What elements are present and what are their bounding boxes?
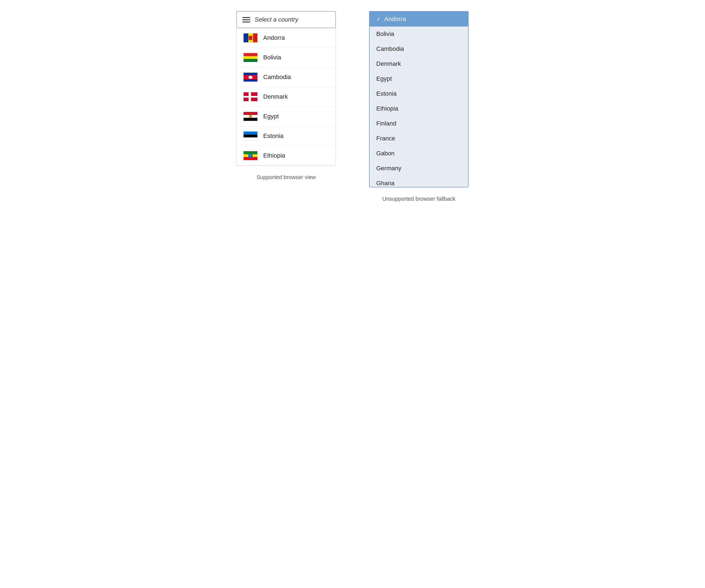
option-label: Egypt [376,75,392,82]
trigger-label: Select a country [254,16,298,23]
option-label: France [376,135,395,142]
right-panel: ✓ Andorra Bolivia Cambodia Denmark Egypt… [369,11,469,202]
country-name: Andorra [263,34,285,42]
left-panel: Select a country Andorra [236,11,336,181]
list-item[interactable]: Estonia [370,86,468,101]
list-item[interactable]: Cambodia [237,67,336,87]
list-item[interactable]: Denmark [237,87,336,107]
country-name: Ethiopia [263,152,285,159]
native-select[interactable]: ✓ Andorra Bolivia Cambodia Denmark Egypt… [369,11,469,187]
list-item[interactable]: Ghana [370,176,468,187]
list-item[interactable]: Bolivia [237,48,336,67]
list-item[interactable]: Egypt [237,107,336,126]
option-label: Estonia [376,90,396,97]
options-list[interactable]: Bolivia Cambodia Denmark Egypt Estonia E… [370,27,468,187]
custom-dropdown[interactable]: Andorra Bolivia [236,28,336,166]
native-select-wrapper: ✓ Andorra Bolivia Cambodia Denmark Egypt… [369,11,469,187]
option-label: Ethiopia [376,105,398,112]
list-item[interactable]: Estonia [237,126,336,146]
flag-egypt [243,112,258,121]
country-name: Egypt [263,113,279,120]
select-option-selected[interactable]: ✓ Andorra [370,12,468,27]
flag-cambodia [243,72,258,82]
list-item[interactable]: Finland [370,116,468,131]
left-panel-caption: Supported browser view [256,174,316,181]
list-item[interactable]: ★ Ethiopia [237,146,336,165]
custom-select-wrapper: Select a country Andorra [236,11,336,166]
list-item[interactable]: Cambodia [370,42,468,56]
option-label: Cambodia [376,45,404,53]
country-name: Denmark [263,93,288,100]
list-item[interactable]: Egypt [370,71,468,86]
option-label: Bolivia [376,31,394,38]
flag-estonia [243,131,258,141]
custom-select-trigger[interactable]: Select a country [236,11,336,28]
list-item[interactable]: Andorra [237,28,336,48]
list-item[interactable]: France [370,131,468,146]
option-label: Finland [376,120,396,127]
flag-denmark [243,92,258,101]
hamburger-icon [242,17,250,22]
checkmark-icon: ✓ [376,16,381,22]
option-label: Gabon [376,150,394,157]
option-label: Denmark [376,60,401,67]
country-name: Bolivia [263,54,281,61]
flag-ethiopia: ★ [243,151,258,160]
option-label: Ghana [376,180,394,187]
list-item[interactable]: Bolivia [370,27,468,42]
list-item[interactable]: Germany [370,161,468,176]
list-item[interactable]: Ethiopia [370,101,468,116]
flag-bolivia [243,53,258,62]
page-container: Select a country Andorra [236,11,469,202]
option-label: Germany [376,165,401,172]
country-name: Estonia [263,133,283,140]
right-panel-caption: Unsupported browser fallback [382,196,456,202]
flag-andorra [243,33,258,43]
country-name: Cambodia [263,74,291,81]
selected-option-label: Andorra [384,15,406,23]
list-item[interactable]: Gabon [370,146,468,161]
list-item[interactable]: Denmark [370,56,468,71]
